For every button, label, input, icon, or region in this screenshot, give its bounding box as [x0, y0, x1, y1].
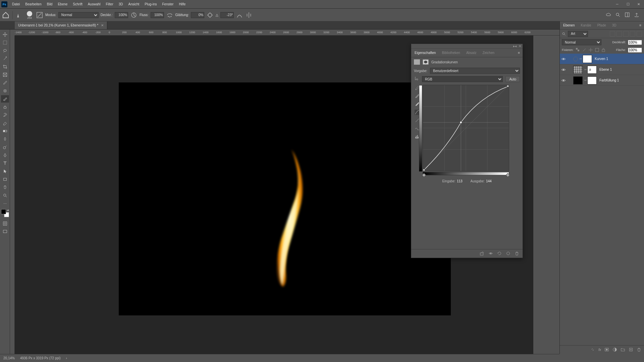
lock-position-icon[interactable] — [588, 48, 593, 52]
lock-pixels-icon[interactable] — [582, 48, 587, 52]
ruler-vertical[interactable] — [10, 36, 15, 354]
swap-colors-icon[interactable]: ⇄ — [7, 209, 9, 212]
brush-preset-picker[interactable]: 254 — [25, 11, 34, 19]
tab-pfade[interactable]: Pfade — [597, 22, 607, 28]
lock-transparency-icon[interactable] — [576, 48, 580, 52]
layer-row-farbfuellung[interactable]: ⫘ Farbfüllung 1 — [560, 75, 644, 86]
history-brush-tool[interactable] — [1, 111, 9, 119]
airbrush-icon[interactable] — [166, 11, 173, 19]
opacity-pressure-icon[interactable] — [130, 11, 138, 19]
tab-3d-layers[interactable]: 3D — [611, 22, 617, 28]
ruler-horizontal[interactable]: -1400-1200-1000-800-600-400-200020040060… — [15, 29, 644, 36]
new-group-icon[interactable] — [621, 347, 625, 353]
lock-artboard-icon[interactable] — [595, 48, 599, 52]
layer-row-ebene1[interactable]: ⫘ a Ebene 1 — [560, 64, 644, 75]
filter-shape-icon[interactable] — [630, 31, 635, 37]
tool-preset-picker[interactable] — [16, 11, 23, 19]
smoothing-input[interactable] — [191, 12, 204, 18]
layer-mask-icon[interactable] — [423, 59, 429, 65]
preset-select[interactable]: Benutzerdefiniert — [430, 68, 520, 74]
tab-bibliotheken[interactable]: Bibliotheken — [441, 50, 461, 56]
panel-collapse-icon[interactable]: ▸◂ — [513, 44, 517, 48]
menu-hilfe[interactable]: Hilfe — [176, 0, 188, 8]
input-value[interactable]: 113 — [457, 179, 463, 183]
healing-brush-tool[interactable] — [1, 87, 9, 95]
brush-tool[interactable] — [1, 95, 9, 103]
symmetry-icon[interactable] — [245, 11, 253, 19]
menu-datei[interactable]: Datei — [9, 0, 22, 8]
quick-mask-mode[interactable] — [1, 220, 9, 227]
zoom-level[interactable]: 20,14% — [3, 356, 15, 360]
tab-zeichen[interactable]: Zeichen — [482, 50, 495, 56]
visibility-toggle[interactable] — [561, 57, 566, 61]
layer-mask-thumb[interactable] — [583, 55, 592, 63]
screen-mode[interactable] — [1, 228, 9, 235]
layer-mask-thumb[interactable]: a — [587, 66, 597, 74]
gradient-tool[interactable] — [1, 127, 9, 135]
layer-fill-input[interactable] — [628, 48, 642, 53]
menu-3d[interactable]: 3D — [116, 0, 126, 8]
smoothing-options-icon[interactable] — [206, 11, 214, 19]
foreground-color[interactable] — [1, 209, 6, 214]
window-maximize[interactable]: ☐ — [623, 0, 633, 9]
menu-plugins[interactable]: Plug-ins — [142, 0, 159, 8]
panel-close-icon[interactable]: ✕ — [519, 44, 521, 48]
hand-tool[interactable] — [1, 184, 9, 191]
visibility-toggle[interactable] — [561, 67, 566, 72]
filter-adj-icon[interactable] — [616, 31, 622, 37]
tab-kanaele[interactable]: Kanäle — [580, 22, 592, 28]
panel-menu-icon[interactable]: ≡ — [518, 51, 520, 55]
menu-schrift[interactable]: Schrift — [70, 0, 85, 8]
tablet-pressure-size-icon[interactable] — [236, 11, 243, 19]
targeted-adjustment-icon[interactable] — [414, 76, 419, 82]
delete-adjustment-icon[interactable] — [515, 251, 519, 256]
color-swatches[interactable]: ⇄ — [1, 209, 9, 217]
menu-bild[interactable]: Bild — [44, 0, 55, 8]
layer-thumb[interactable] — [573, 76, 583, 84]
visibility-toggle[interactable] — [561, 78, 566, 83]
clip-to-layer-icon[interactable] — [480, 251, 484, 256]
filter-smart-icon[interactable] — [637, 31, 642, 37]
menu-fenster[interactable]: Fenster — [159, 0, 176, 8]
brush-panel-toggle[interactable] — [36, 11, 43, 19]
search-icon[interactable] — [615, 12, 621, 18]
layer-name[interactable]: Ebene 1 — [599, 68, 612, 71]
tab-absatz[interactable]: Absatz — [466, 50, 477, 56]
opacity-input[interactable] — [115, 12, 128, 18]
document-tab[interactable]: Unbenannt-1 bei 20,1% (Kurven 1, Ebenenm… — [15, 21, 107, 29]
tab-ebenen[interactable]: Ebenen — [562, 22, 575, 28]
output-value[interactable]: 144 — [486, 179, 492, 183]
channel-select[interactable]: RGB — [422, 76, 503, 82]
status-chevron-icon[interactable]: › — [66, 356, 67, 360]
workspace-icon[interactable] — [625, 12, 630, 18]
new-layer-icon[interactable] — [629, 347, 633, 353]
layers-menu-icon[interactable]: ≡ — [639, 23, 641, 27]
eyedropper-tool[interactable] — [1, 79, 9, 86]
layer-mask-thumb[interactable] — [587, 76, 597, 84]
link-layers-icon[interactable] — [590, 347, 595, 353]
input-gradient[interactable] — [423, 172, 509, 175]
close-tab-icon[interactable]: ✕ — [101, 23, 104, 27]
angle-input[interactable] — [220, 12, 234, 18]
cloud-docs-icon[interactable] — [606, 12, 611, 18]
zoom-tool[interactable] — [1, 192, 9, 199]
layer-thumb[interactable] — [573, 66, 583, 74]
layer-name[interactable]: Kurven 1 — [595, 57, 608, 61]
eraser-tool[interactable] — [1, 119, 9, 127]
filter-type-icon[interactable] — [623, 31, 629, 37]
new-adjustment-icon[interactable] — [612, 347, 617, 353]
layer-name[interactable]: Farbfüllung 1 — [599, 78, 619, 82]
home-button[interactable] — [2, 11, 9, 19]
layer-mask-add-icon[interactable] — [604, 347, 609, 353]
layer-blend-mode[interactable]: Normal — [562, 39, 601, 45]
window-close[interactable]: ✕ — [633, 0, 644, 9]
layer-opacity-input[interactable] — [628, 40, 642, 45]
frame-tool[interactable] — [1, 71, 9, 78]
layer-style-icon[interactable]: fx — [598, 348, 601, 352]
menu-ansicht[interactable]: Ansicht — [126, 0, 142, 8]
dodge-tool[interactable] — [1, 143, 9, 151]
layer-filter-type[interactable]: Art — [568, 31, 588, 37]
auto-button[interactable]: Auto — [505, 76, 520, 82]
magic-wand-tool[interactable] — [1, 55, 9, 62]
tab-eigenschaften[interactable]: Eigenschaften — [414, 50, 436, 56]
